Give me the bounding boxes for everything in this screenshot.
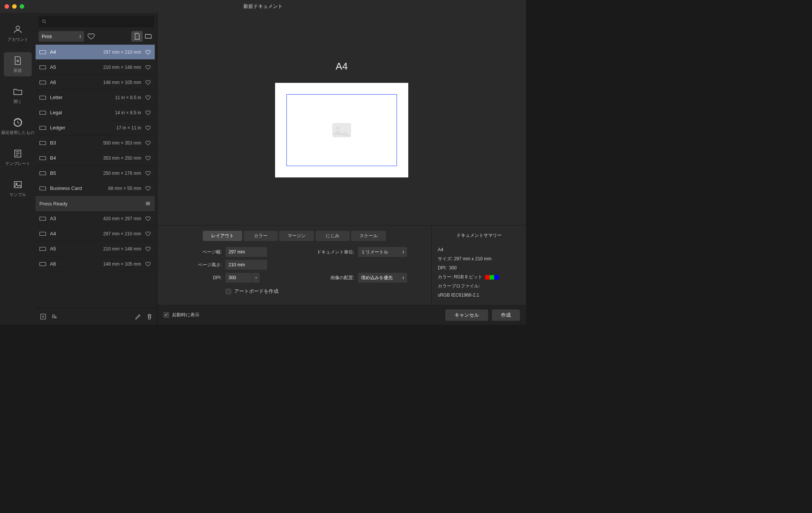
new-file-icon: [12, 55, 23, 66]
dpi-input[interactable]: [226, 273, 252, 283]
search-icon: [42, 19, 47, 24]
doc-units-select[interactable]: ミリメートル▴▾: [358, 247, 407, 257]
image-placement-select[interactable]: 埋め込みを優先▴▾: [358, 273, 407, 283]
preset-item[interactable]: A6148 mm × 105 mm: [36, 256, 155, 272]
artboard-checkbox[interactable]: [226, 289, 231, 294]
preset-item[interactable]: A4297 mm × 210 mm: [36, 45, 155, 60]
artboard-label: アートボードを作成: [234, 288, 278, 295]
page-width-label: ページ幅:: [165, 249, 222, 255]
tab-layout[interactable]: レイアウト: [203, 231, 242, 241]
add-category-icon[interactable]: [51, 313, 58, 320]
preset-dims: 148 mm × 105 mm: [60, 80, 141, 85]
rename-icon[interactable]: [134, 313, 142, 320]
favorite-icon[interactable]: [145, 185, 151, 191]
orientation-landscape[interactable]: [143, 31, 154, 42]
show-on-startup-checkbox[interactable]: [163, 312, 169, 318]
tab-bleed[interactable]: にじみ: [316, 231, 350, 241]
tab-margin[interactable]: マージン: [279, 231, 314, 241]
favorite-icon[interactable]: [145, 246, 151, 252]
rail-template[interactable]: テンプレート: [4, 145, 32, 169]
presets-panel: Print ▴▾ A4297 mm × 210 mmA5210 mm × 148…: [36, 13, 157, 325]
history-icon: [12, 117, 23, 128]
preset-item[interactable]: A5210 mm × 148 mm: [36, 241, 155, 256]
favorite-icon[interactable]: [145, 64, 151, 70]
preset-item[interactable]: Ledger17 in × 11 in: [36, 120, 155, 135]
preset-dims: 353 mm × 250 mm: [60, 155, 141, 161]
portrait-icon: [134, 33, 140, 40]
rail-sample[interactable]: サンプル: [4, 176, 32, 201]
preset-search-input[interactable]: [49, 19, 151, 24]
document-summary: ドキュメントサマリー A4 サイズ: 297 mm x 210 mm DPI: …: [431, 225, 526, 305]
preset-item[interactable]: A6148 mm × 105 mm: [36, 75, 155, 90]
rail-open[interactable]: 開く: [4, 83, 32, 107]
svg-point-0: [16, 26, 19, 30]
favorite-icon[interactable]: [145, 170, 151, 176]
svg-rect-3: [14, 182, 22, 188]
preset-item[interactable]: B4353 mm × 250 mm: [36, 151, 155, 166]
summary-color: カラー: RGB 8 ビット: [438, 272, 520, 281]
favorite-icon[interactable]: [145, 125, 151, 131]
preset-search[interactable]: [39, 16, 154, 27]
page-height-input[interactable]: [226, 260, 267, 270]
show-on-startup[interactable]: 起動時に表示: [163, 312, 199, 318]
preset-name: A5: [50, 246, 56, 252]
preset-dims: 210 mm × 148 mm: [60, 65, 141, 70]
favorite-icon[interactable]: [145, 261, 151, 267]
preset-name: A6: [50, 79, 56, 85]
cancel-button[interactable]: キャンセル: [445, 309, 488, 321]
favorite-icon[interactable]: [145, 79, 151, 86]
close-window[interactable]: [5, 4, 9, 9]
preset-item[interactable]: Business Card88 mm × 55 mm: [36, 181, 155, 196]
create-button[interactable]: 作成: [492, 309, 520, 321]
image-placement-label: 画像の配置:: [309, 275, 354, 281]
svg-point-5: [42, 20, 45, 22]
preset-item[interactable]: Letter11 in × 8.5 in: [36, 90, 155, 105]
favorite-icon[interactable]: [145, 231, 151, 237]
rail-new[interactable]: 新規: [4, 52, 32, 76]
favorite-icon[interactable]: [145, 155, 151, 161]
tab-scale[interactable]: スケール: [351, 231, 386, 241]
delete-icon[interactable]: [146, 313, 153, 320]
summary-profile-value: sRGB IEC61966-2.1: [438, 291, 520, 300]
favorite-filter-icon[interactable]: [87, 32, 95, 40]
page-width-input[interactable]: [226, 247, 267, 257]
preset-dims: 88 mm × 55 mm: [86, 186, 141, 191]
preset-item[interactable]: A5210 mm × 148 mm: [36, 60, 155, 75]
preset-item[interactable]: Legal14 in × 8.5 in: [36, 105, 155, 120]
favorite-icon[interactable]: [145, 95, 151, 101]
preset-dims: 420 mm × 297 mm: [60, 216, 141, 221]
favorite-icon[interactable]: [145, 140, 151, 146]
favorite-icon[interactable]: [145, 49, 151, 55]
preview-title: A4: [336, 61, 348, 72]
preset-item[interactable]: A4297 mm × 210 mm: [36, 226, 155, 241]
preset-list[interactable]: A4297 mm × 210 mmA5210 mm × 148 mmA6148 …: [36, 45, 157, 308]
dpi-dropdown[interactable]: ▾: [252, 273, 260, 283]
preset-dims: 148 mm × 105 mm: [60, 261, 141, 267]
summary-size: サイズ: 297 mm x 210 mm: [438, 254, 520, 263]
preset-dims: 297 mm × 210 mm: [60, 50, 141, 55]
minimize-window[interactable]: [12, 4, 17, 9]
category-select[interactable]: Print ▴▾: [39, 31, 84, 42]
titlebar: 新規ドキュメント: [0, 0, 526, 13]
preset-name: B5: [50, 170, 56, 176]
rail-account[interactable]: アカウント: [4, 21, 32, 45]
orientation-portrait[interactable]: [131, 31, 143, 42]
preset-name: A6: [50, 261, 56, 267]
preset-dims: 250 mm × 176 mm: [60, 171, 141, 176]
maximize-window[interactable]: [20, 4, 24, 9]
preset-name: Ledger: [50, 125, 65, 131]
preset-name: Legal: [50, 110, 62, 115]
preset-item[interactable]: A3420 mm × 297 mm: [36, 211, 155, 226]
rail-recent[interactable]: 最近使用したもの: [4, 114, 32, 138]
summary-profile-label: カラープロファイル:: [438, 281, 520, 291]
section-press-ready[interactable]: Press Ready: [36, 196, 155, 211]
favorite-icon[interactable]: [145, 216, 151, 222]
summary-heading: ドキュメントサマリー: [438, 231, 520, 240]
preset-name: B4: [50, 155, 56, 161]
preset-item[interactable]: B5250 mm × 176 mm: [36, 166, 155, 181]
tab-color[interactable]: カラー: [244, 231, 278, 241]
add-preset-icon[interactable]: [39, 313, 47, 320]
favorite-icon[interactable]: [145, 110, 151, 116]
preset-item[interactable]: B3500 mm × 353 mm: [36, 135, 155, 151]
window-title: 新規ドキュメント: [243, 3, 283, 10]
